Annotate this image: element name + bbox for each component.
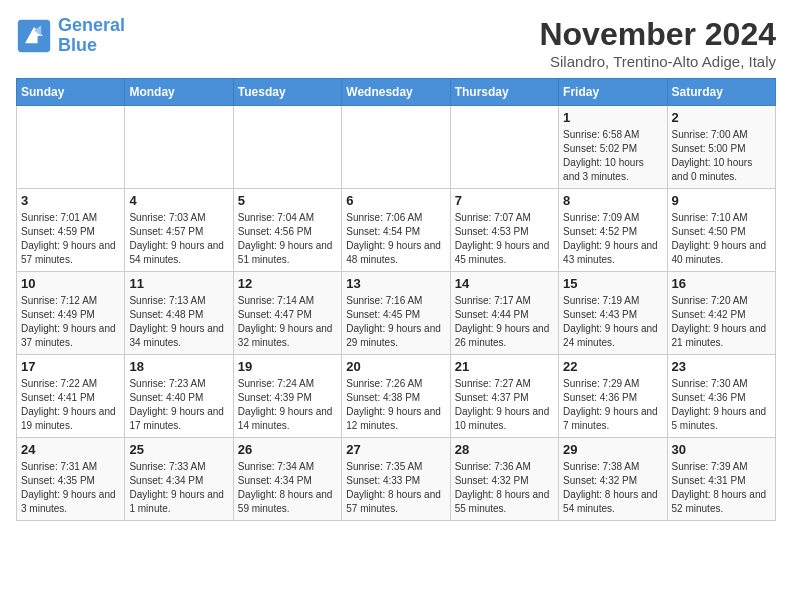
day-info: Sunrise: 7:27 AM Sunset: 4:37 PM Dayligh… xyxy=(455,377,554,433)
calendar-cell: 4Sunrise: 7:03 AM Sunset: 4:57 PM Daylig… xyxy=(125,189,233,272)
logo-line1: General xyxy=(58,15,125,35)
day-number: 14 xyxy=(455,276,554,291)
day-info: Sunrise: 7:09 AM Sunset: 4:52 PM Dayligh… xyxy=(563,211,662,267)
day-info: Sunrise: 6:58 AM Sunset: 5:02 PM Dayligh… xyxy=(563,128,662,184)
weekday-header: Sunday xyxy=(17,79,125,106)
calendar-cell xyxy=(17,106,125,189)
logo: General Blue xyxy=(16,16,125,56)
day-info: Sunrise: 7:19 AM Sunset: 4:43 PM Dayligh… xyxy=(563,294,662,350)
calendar-cell: 5Sunrise: 7:04 AM Sunset: 4:56 PM Daylig… xyxy=(233,189,341,272)
calendar-cell: 29Sunrise: 7:38 AM Sunset: 4:32 PM Dayli… xyxy=(559,438,667,521)
header: General Blue November 2024 Silandro, Tre… xyxy=(16,16,776,70)
calendar-row: 17Sunrise: 7:22 AM Sunset: 4:41 PM Dayli… xyxy=(17,355,776,438)
day-number: 15 xyxy=(563,276,662,291)
calendar-header: SundayMondayTuesdayWednesdayThursdayFrid… xyxy=(17,79,776,106)
day-number: 20 xyxy=(346,359,445,374)
day-number: 26 xyxy=(238,442,337,457)
day-info: Sunrise: 7:07 AM Sunset: 4:53 PM Dayligh… xyxy=(455,211,554,267)
weekday-header: Tuesday xyxy=(233,79,341,106)
weekday-header: Saturday xyxy=(667,79,775,106)
day-number: 7 xyxy=(455,193,554,208)
calendar-row: 24Sunrise: 7:31 AM Sunset: 4:35 PM Dayli… xyxy=(17,438,776,521)
day-number: 17 xyxy=(21,359,120,374)
day-info: Sunrise: 7:34 AM Sunset: 4:34 PM Dayligh… xyxy=(238,460,337,516)
day-info: Sunrise: 7:13 AM Sunset: 4:48 PM Dayligh… xyxy=(129,294,228,350)
logo-line2: Blue xyxy=(58,35,97,55)
calendar-cell: 7Sunrise: 7:07 AM Sunset: 4:53 PM Daylig… xyxy=(450,189,558,272)
calendar-cell xyxy=(450,106,558,189)
calendar-cell: 28Sunrise: 7:36 AM Sunset: 4:32 PM Dayli… xyxy=(450,438,558,521)
day-info: Sunrise: 7:23 AM Sunset: 4:40 PM Dayligh… xyxy=(129,377,228,433)
calendar-cell: 9Sunrise: 7:10 AM Sunset: 4:50 PM Daylig… xyxy=(667,189,775,272)
day-number: 1 xyxy=(563,110,662,125)
calendar-cell: 23Sunrise: 7:30 AM Sunset: 4:36 PM Dayli… xyxy=(667,355,775,438)
weekday-header: Friday xyxy=(559,79,667,106)
day-number: 12 xyxy=(238,276,337,291)
subtitle: Silandro, Trentino-Alto Adige, Italy xyxy=(539,53,776,70)
day-number: 5 xyxy=(238,193,337,208)
calendar-body: 1Sunrise: 6:58 AM Sunset: 5:02 PM Daylig… xyxy=(17,106,776,521)
calendar-row: 1Sunrise: 6:58 AM Sunset: 5:02 PM Daylig… xyxy=(17,106,776,189)
day-number: 9 xyxy=(672,193,771,208)
day-number: 24 xyxy=(21,442,120,457)
day-info: Sunrise: 7:29 AM Sunset: 4:36 PM Dayligh… xyxy=(563,377,662,433)
calendar-row: 3Sunrise: 7:01 AM Sunset: 4:59 PM Daylig… xyxy=(17,189,776,272)
calendar-cell: 26Sunrise: 7:34 AM Sunset: 4:34 PM Dayli… xyxy=(233,438,341,521)
calendar-cell: 3Sunrise: 7:01 AM Sunset: 4:59 PM Daylig… xyxy=(17,189,125,272)
day-info: Sunrise: 7:31 AM Sunset: 4:35 PM Dayligh… xyxy=(21,460,120,516)
day-info: Sunrise: 7:14 AM Sunset: 4:47 PM Dayligh… xyxy=(238,294,337,350)
title-block: November 2024 Silandro, Trentino-Alto Ad… xyxy=(539,16,776,70)
calendar-cell: 17Sunrise: 7:22 AM Sunset: 4:41 PM Dayli… xyxy=(17,355,125,438)
day-number: 29 xyxy=(563,442,662,457)
day-info: Sunrise: 7:38 AM Sunset: 4:32 PM Dayligh… xyxy=(563,460,662,516)
calendar-cell: 10Sunrise: 7:12 AM Sunset: 4:49 PM Dayli… xyxy=(17,272,125,355)
day-number: 8 xyxy=(563,193,662,208)
calendar-cell: 8Sunrise: 7:09 AM Sunset: 4:52 PM Daylig… xyxy=(559,189,667,272)
day-number: 21 xyxy=(455,359,554,374)
day-info: Sunrise: 7:22 AM Sunset: 4:41 PM Dayligh… xyxy=(21,377,120,433)
calendar-cell: 21Sunrise: 7:27 AM Sunset: 4:37 PM Dayli… xyxy=(450,355,558,438)
day-number: 11 xyxy=(129,276,228,291)
day-info: Sunrise: 7:33 AM Sunset: 4:34 PM Dayligh… xyxy=(129,460,228,516)
day-number: 13 xyxy=(346,276,445,291)
calendar-cell: 20Sunrise: 7:26 AM Sunset: 4:38 PM Dayli… xyxy=(342,355,450,438)
calendar-cell: 25Sunrise: 7:33 AM Sunset: 4:34 PM Dayli… xyxy=(125,438,233,521)
day-info: Sunrise: 7:12 AM Sunset: 4:49 PM Dayligh… xyxy=(21,294,120,350)
day-number: 4 xyxy=(129,193,228,208)
calendar-cell: 22Sunrise: 7:29 AM Sunset: 4:36 PM Dayli… xyxy=(559,355,667,438)
calendar-cell: 2Sunrise: 7:00 AM Sunset: 5:00 PM Daylig… xyxy=(667,106,775,189)
day-info: Sunrise: 7:10 AM Sunset: 4:50 PM Dayligh… xyxy=(672,211,771,267)
day-number: 2 xyxy=(672,110,771,125)
calendar-cell: 12Sunrise: 7:14 AM Sunset: 4:47 PM Dayli… xyxy=(233,272,341,355)
day-info: Sunrise: 7:35 AM Sunset: 4:33 PM Dayligh… xyxy=(346,460,445,516)
day-info: Sunrise: 7:17 AM Sunset: 4:44 PM Dayligh… xyxy=(455,294,554,350)
day-info: Sunrise: 7:06 AM Sunset: 4:54 PM Dayligh… xyxy=(346,211,445,267)
day-number: 22 xyxy=(563,359,662,374)
day-info: Sunrise: 7:01 AM Sunset: 4:59 PM Dayligh… xyxy=(21,211,120,267)
day-info: Sunrise: 7:26 AM Sunset: 4:38 PM Dayligh… xyxy=(346,377,445,433)
day-number: 6 xyxy=(346,193,445,208)
day-number: 25 xyxy=(129,442,228,457)
calendar-cell: 18Sunrise: 7:23 AM Sunset: 4:40 PM Dayli… xyxy=(125,355,233,438)
day-info: Sunrise: 7:36 AM Sunset: 4:32 PM Dayligh… xyxy=(455,460,554,516)
calendar-cell: 1Sunrise: 6:58 AM Sunset: 5:02 PM Daylig… xyxy=(559,106,667,189)
weekday-header: Thursday xyxy=(450,79,558,106)
day-number: 18 xyxy=(129,359,228,374)
day-info: Sunrise: 7:20 AM Sunset: 4:42 PM Dayligh… xyxy=(672,294,771,350)
header-row: SundayMondayTuesdayWednesdayThursdayFrid… xyxy=(17,79,776,106)
day-number: 28 xyxy=(455,442,554,457)
calendar-row: 10Sunrise: 7:12 AM Sunset: 4:49 PM Dayli… xyxy=(17,272,776,355)
calendar-cell: 19Sunrise: 7:24 AM Sunset: 4:39 PM Dayli… xyxy=(233,355,341,438)
day-info: Sunrise: 7:03 AM Sunset: 4:57 PM Dayligh… xyxy=(129,211,228,267)
calendar-table: SundayMondayTuesdayWednesdayThursdayFrid… xyxy=(16,78,776,521)
logo-icon xyxy=(16,18,52,54)
day-info: Sunrise: 7:30 AM Sunset: 4:36 PM Dayligh… xyxy=(672,377,771,433)
calendar-cell xyxy=(233,106,341,189)
calendar-cell: 11Sunrise: 7:13 AM Sunset: 4:48 PM Dayli… xyxy=(125,272,233,355)
calendar-cell: 15Sunrise: 7:19 AM Sunset: 4:43 PM Dayli… xyxy=(559,272,667,355)
calendar-cell: 6Sunrise: 7:06 AM Sunset: 4:54 PM Daylig… xyxy=(342,189,450,272)
day-info: Sunrise: 7:16 AM Sunset: 4:45 PM Dayligh… xyxy=(346,294,445,350)
day-info: Sunrise: 7:04 AM Sunset: 4:56 PM Dayligh… xyxy=(238,211,337,267)
calendar-cell: 16Sunrise: 7:20 AM Sunset: 4:42 PM Dayli… xyxy=(667,272,775,355)
calendar-cell: 27Sunrise: 7:35 AM Sunset: 4:33 PM Dayli… xyxy=(342,438,450,521)
